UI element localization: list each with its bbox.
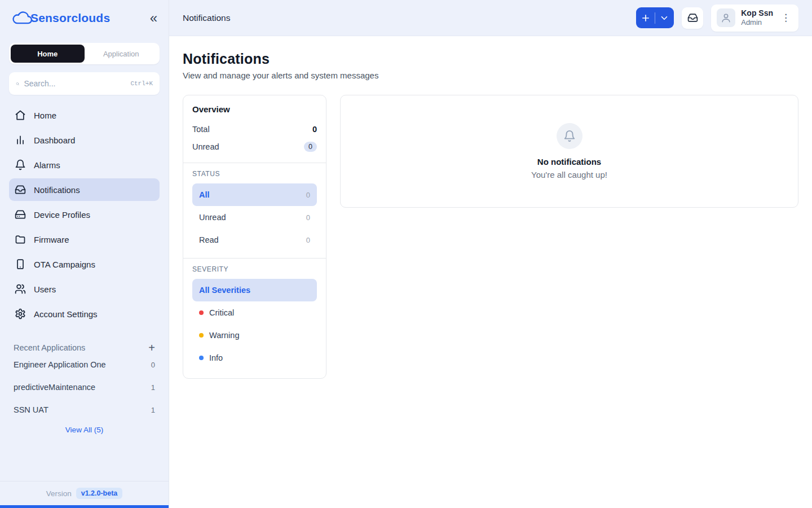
severity-filter-warning[interactable]: Warning xyxy=(192,324,317,347)
filter-label: All Severities xyxy=(199,286,250,295)
bar-chart-icon xyxy=(15,134,26,146)
inbox-button[interactable] xyxy=(682,7,703,29)
logo-text: Sensorclouds xyxy=(30,11,110,25)
info-dot xyxy=(199,356,204,360)
nav-label: Dashboard xyxy=(34,135,75,145)
filter-label: Unread xyxy=(199,213,226,222)
nav-label: OTA Campaigns xyxy=(34,260,95,269)
user-name: Kop Ssn xyxy=(741,8,773,19)
total-label: Total xyxy=(192,125,210,134)
filter-label: Critical xyxy=(209,308,234,317)
total-value: 0 xyxy=(312,125,317,134)
view-all-link[interactable]: View All (5) xyxy=(0,426,169,434)
filter-label: All xyxy=(199,190,210,199)
add-application-button[interactable]: + xyxy=(148,342,155,353)
topbar-page-title: Notifications xyxy=(183,13,230,23)
recent-app-count: 1 xyxy=(151,383,155,392)
recent-app-item[interactable]: predictiveMaintenance 1 xyxy=(0,376,169,398)
severity-filter-info[interactable]: Info xyxy=(192,347,317,369)
status-section-title: STATUS xyxy=(192,170,317,178)
topbar: Notifications Kop Ssn Admin ⋮ xyxy=(169,0,812,36)
recent-app-count: 0 xyxy=(151,361,155,369)
recent-app-label: predictiveMaintenance xyxy=(14,383,95,392)
sidebar-item-firmware[interactable]: Firmware xyxy=(9,228,160,251)
hard-drive-icon xyxy=(15,209,26,220)
overview-card: Overview Total 0 Unread 0 STATUS All 0 U… xyxy=(183,95,326,379)
critical-dot xyxy=(199,310,204,315)
filter-label: Warning xyxy=(209,331,239,340)
version-label: Version xyxy=(46,489,72,498)
page-subtitle: View and manage your alerts and system m… xyxy=(183,71,798,80)
warning-dot xyxy=(199,333,204,338)
search-icon xyxy=(16,79,19,89)
avatar xyxy=(717,8,735,27)
sidebar: Sensorclouds « Home Application Ctrl+K H… xyxy=(0,0,169,508)
toggle-home[interactable]: Home xyxy=(11,45,85,63)
notifications-empty-state: No notifications You're all caught up! xyxy=(340,95,798,208)
empty-state-title: No notifications xyxy=(537,157,601,167)
search-shortcut: Ctrl+K xyxy=(130,80,153,87)
sidebar-item-account-settings[interactable]: Account Settings xyxy=(9,303,160,325)
recent-app-count: 1 xyxy=(151,406,155,414)
severity-filter-critical[interactable]: Critical xyxy=(192,301,317,324)
severity-filter-all[interactable]: All Severities xyxy=(192,279,317,301)
nav-label: Home xyxy=(34,111,56,120)
home-icon xyxy=(15,110,26,121)
user-role: Admin xyxy=(741,18,773,27)
sidebar-item-notifications[interactable]: Notifications xyxy=(9,178,160,201)
version-badge: v1.2.0-beta xyxy=(76,488,123,499)
overview-title: Overview xyxy=(192,104,317,114)
chevron-down-icon[interactable] xyxy=(659,13,669,23)
sidebar-item-ota-campaigns[interactable]: OTA Campaigns xyxy=(9,253,160,275)
unread-row: Unread 0 xyxy=(192,138,317,156)
bell-icon xyxy=(15,159,26,170)
page-title: Notifications xyxy=(183,51,798,67)
smartphone-icon xyxy=(15,259,26,270)
search-box[interactable]: Ctrl+K xyxy=(9,72,160,95)
sidebar-collapse-icon[interactable]: « xyxy=(150,11,157,25)
sidebar-footer: Version v1.2.0-beta xyxy=(0,481,169,505)
status-filter-unread[interactable]: Unread 0 xyxy=(192,206,317,229)
app-logo: Sensorclouds xyxy=(11,10,110,26)
toggle-application[interactable]: Application xyxy=(85,45,158,63)
sidebar-item-alarms[interactable]: Alarms xyxy=(9,154,160,176)
inbox-icon xyxy=(687,12,698,23)
bell-icon xyxy=(557,123,582,149)
nav-label: Notifications xyxy=(34,185,80,195)
filter-label: Info xyxy=(209,353,223,362)
recent-app-item[interactable]: Engineer Application One 0 xyxy=(0,353,169,376)
user-menu[interactable]: Kop Ssn Admin ⋮ xyxy=(711,5,798,32)
users-icon xyxy=(15,283,26,295)
sidebar-nav: Home Dashboard Alarms Notifications Devi… xyxy=(0,102,169,327)
nav-label: Firmware xyxy=(34,235,69,244)
main-content: Notifications View and manage your alert… xyxy=(169,36,812,508)
sidebar-item-home[interactable]: Home xyxy=(9,104,160,126)
total-row: Total 0 xyxy=(192,121,317,138)
sidebar-item-device-profiles[interactable]: Device Profiles xyxy=(9,203,160,226)
nav-label: Alarms xyxy=(34,160,60,170)
search-input[interactable] xyxy=(24,79,126,88)
nav-label: Device Profiles xyxy=(34,210,90,220)
recent-app-label: Engineer Application One xyxy=(14,360,106,369)
kebab-menu-icon[interactable]: ⋮ xyxy=(779,12,793,24)
sidebar-item-dashboard[interactable]: Dashboard xyxy=(9,129,160,151)
workspace-toggle: Home Application xyxy=(9,43,160,64)
filter-count: 0 xyxy=(306,213,310,222)
create-split-button[interactable] xyxy=(636,7,674,28)
recent-app-item[interactable]: SSN UAT 1 xyxy=(0,398,169,421)
inbox-icon xyxy=(15,184,26,195)
unread-badge: 0 xyxy=(304,142,317,152)
filter-count: 0 xyxy=(306,236,310,244)
gear-icon xyxy=(15,308,26,319)
recent-app-label: SSN UAT xyxy=(14,405,48,414)
nav-label: Users xyxy=(34,284,56,294)
filter-count: 0 xyxy=(306,191,310,199)
sidebar-item-users[interactable]: Users xyxy=(9,278,160,300)
nav-label: Account Settings xyxy=(34,309,98,319)
status-filter-all[interactable]: All 0 xyxy=(192,183,317,206)
filter-label: Read xyxy=(199,235,219,244)
recent-applications-title: Recent Applications xyxy=(14,343,85,352)
empty-state-subtitle: You're all caught up! xyxy=(531,170,607,179)
status-filter-read[interactable]: Read 0 xyxy=(192,229,317,251)
plus-icon[interactable] xyxy=(641,13,651,23)
